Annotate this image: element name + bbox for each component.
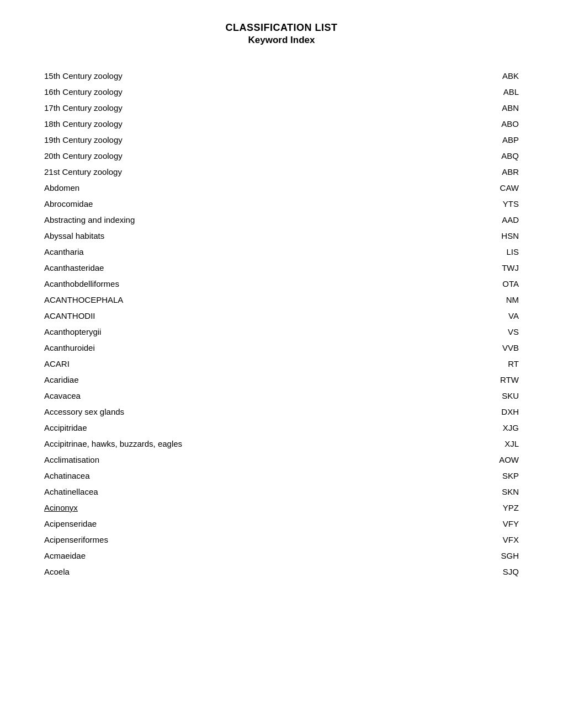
list-item: AcoelaSJQ	[44, 564, 519, 580]
list-item: 18th Century zoologyABO	[44, 116, 519, 132]
keyword-code: RT	[475, 359, 519, 368]
keyword-code: VFX	[475, 535, 519, 544]
list-item: AcaridiaeRTW	[44, 372, 519, 388]
list-item: AcanthariaLIS	[44, 244, 519, 260]
keyword-term: 16th Century zoology	[44, 87, 475, 97]
list-item: AcclimatisationAOW	[44, 452, 519, 468]
keyword-code: TWJ	[475, 263, 519, 272]
list-item: 19th Century zoologyABP	[44, 132, 519, 148]
list-item: 20th Century zoologyABQ	[44, 148, 519, 164]
list-item: AccipitridaeXJG	[44, 420, 519, 436]
keyword-term: ACANTHODII	[44, 311, 475, 320]
keyword-code: DXH	[475, 407, 519, 416]
list-item: Abstracting and indexingAAD	[44, 212, 519, 228]
keyword-term: Abrocomidae	[44, 199, 475, 208]
keyword-term: Acipenseridae	[44, 519, 475, 528]
keyword-term: 18th Century zoology	[44, 119, 475, 129]
page-title: CLASSIFICATION LIST	[44, 22, 519, 34]
keyword-code: AOW	[475, 455, 519, 464]
keyword-term: Abdomen	[44, 183, 475, 192]
keyword-code: VFY	[475, 519, 519, 528]
keyword-term: Abstracting and indexing	[44, 215, 475, 224]
keyword-code: AAD	[475, 215, 519, 224]
keyword-code: ABL	[475, 87, 519, 97]
list-item: AcavaceaSKU	[44, 388, 519, 404]
list-item: AcanthopterygiiVS	[44, 324, 519, 340]
keyword-code: XJL	[475, 439, 519, 448]
page-subtitle: Keyword Index	[44, 35, 519, 46]
keyword-term: Acmaeidae	[44, 551, 475, 560]
list-item: AcanthobdelliformesOTA	[44, 276, 519, 292]
list-item: ACARIRT	[44, 356, 519, 372]
keyword-term: Acanthasteridae	[44, 263, 475, 272]
keyword-code: SKN	[475, 487, 519, 496]
keyword-term: Accessory sex glands	[44, 407, 475, 416]
keyword-code: VS	[475, 327, 519, 336]
keyword-code: SKU	[475, 391, 519, 400]
keyword-term: 17th Century zoology	[44, 103, 475, 113]
keyword-code: NM	[475, 295, 519, 304]
keyword-term: Acoela	[44, 567, 475, 576]
keyword-term: Acinonyx	[44, 503, 475, 512]
keyword-code: ABQ	[475, 151, 519, 160]
keyword-term: Acanthuroidei	[44, 343, 475, 352]
list-item: AcmaeidaeSGH	[44, 548, 519, 564]
keyword-term: 19th Century zoology	[44, 135, 475, 144]
keyword-code: SJQ	[475, 567, 519, 576]
keyword-term: Acanthobdelliformes	[44, 279, 475, 288]
list-item: AcinonyxYPZ	[44, 500, 519, 516]
keyword-code: HSN	[475, 231, 519, 240]
keyword-code: ABN	[475, 103, 519, 113]
list-item: 16th Century zoologyABL	[44, 84, 519, 100]
list-item: AcipenseriformesVFX	[44, 532, 519, 548]
keyword-term: ACANTHOCEPHALA	[44, 295, 475, 304]
page: CLASSIFICATION LIST Keyword Index 15th C…	[0, 0, 563, 728]
list-item: Abyssal habitatsHSN	[44, 228, 519, 244]
keyword-code: ABO	[475, 119, 519, 129]
keyword-code: YPZ	[475, 503, 519, 512]
keyword-code: XJG	[475, 423, 519, 432]
keyword-term: Acaridiae	[44, 375, 475, 384]
keyword-term: Achatinacea	[44, 471, 475, 480]
keyword-code: LIS	[475, 247, 519, 256]
list-item: AbdomenCAW	[44, 180, 519, 196]
list-item: AbrocomidaeYTS	[44, 196, 519, 212]
keyword-term: 21st Century zoology	[44, 167, 475, 176]
list-item: 21st Century zoologyABR	[44, 164, 519, 180]
keyword-term: Achatinellacea	[44, 487, 475, 496]
keyword-term: Acclimatisation	[44, 455, 475, 464]
list-item: Accessory sex glandsDXH	[44, 404, 519, 420]
keyword-code: ABK	[475, 71, 519, 81]
keyword-code: VVB	[475, 343, 519, 352]
keyword-code: VA	[475, 311, 519, 320]
list-item: ACANTHODIIVA	[44, 308, 519, 324]
keyword-list: 15th Century zoologyABK16th Century zool…	[44, 68, 519, 580]
keyword-code: SGH	[475, 551, 519, 560]
list-item: AcanthasteridaeTWJ	[44, 260, 519, 276]
keyword-term: Abyssal habitats	[44, 231, 475, 240]
keyword-code: YTS	[475, 199, 519, 208]
keyword-term: Acantharia	[44, 247, 475, 256]
keyword-code: SKP	[475, 471, 519, 480]
list-item: 17th Century zoologyABN	[44, 100, 519, 116]
keyword-term: 15th Century zoology	[44, 71, 475, 81]
list-item: AcipenseridaeVFY	[44, 516, 519, 532]
keyword-term: Accipitrinae, hawks, buzzards, eagles	[44, 439, 475, 448]
keyword-term: Acipenseriformes	[44, 535, 475, 544]
list-item: AcanthuroideiVVB	[44, 340, 519, 356]
list-item: AchatinellaceaSKN	[44, 484, 519, 500]
keyword-term: Acavacea	[44, 391, 475, 400]
keyword-term: 20th Century zoology	[44, 151, 475, 160]
keyword-code: RTW	[475, 375, 519, 384]
list-item: 15th Century zoologyABK	[44, 68, 519, 84]
keyword-code: ABR	[475, 167, 519, 176]
page-header: CLASSIFICATION LIST Keyword Index	[44, 22, 519, 46]
list-item: AchatinaceaSKP	[44, 468, 519, 484]
keyword-term: Acanthopterygii	[44, 327, 475, 336]
keyword-term: Accipitridae	[44, 423, 475, 432]
keyword-code: OTA	[475, 279, 519, 288]
keyword-term: ACARI	[44, 359, 475, 368]
keyword-code: ABP	[475, 135, 519, 144]
list-item: ACANTHOCEPHALANM	[44, 292, 519, 308]
keyword-code: CAW	[475, 183, 519, 192]
